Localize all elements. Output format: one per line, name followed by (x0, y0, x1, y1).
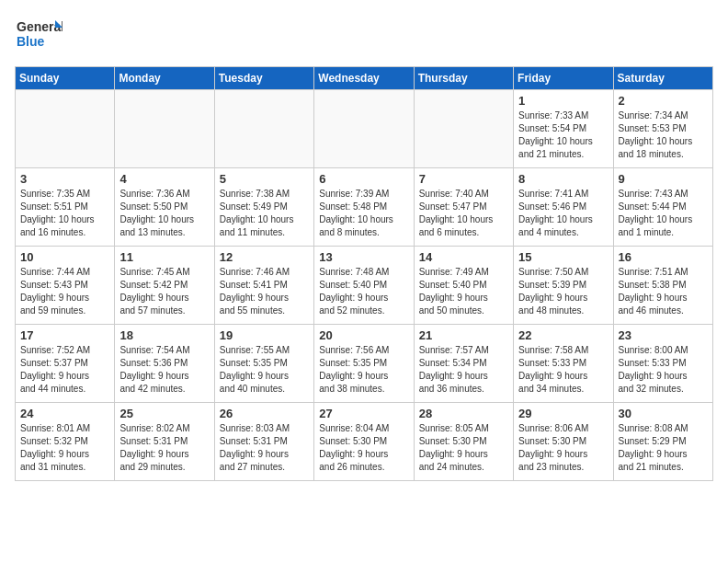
day-info: Sunrise: 7:38 AMSunset: 5:49 PMDaylight:… (220, 188, 309, 239)
day-number: 7 (419, 172, 508, 186)
day-number: 27 (319, 407, 408, 420)
day-info: Sunrise: 8:04 AMSunset: 5:30 PMDaylight:… (319, 422, 408, 474)
calendar-cell: 21Sunrise: 7:57 AMSunset: 5:34 PMDayligh… (414, 325, 513, 403)
day-info: Sunrise: 7:57 AMSunset: 5:34 PMDaylight:… (419, 344, 508, 396)
calendar-cell: 8Sunrise: 7:41 AMSunset: 5:46 PMDaylight… (514, 168, 613, 247)
calendar-header-row: SundayMondayTuesdayWednesdayThursdayFrid… (16, 67, 713, 90)
day-info: Sunrise: 7:58 AMSunset: 5:33 PMDaylight:… (518, 344, 608, 396)
day-info: Sunrise: 7:50 AMSunset: 5:39 PMDaylight:… (518, 266, 608, 317)
calendar-cell (16, 90, 115, 168)
day-info: Sunrise: 8:00 AMSunset: 5:33 PMDaylight:… (619, 344, 708, 396)
day-info: Sunrise: 7:55 AMSunset: 5:35 PMDaylight:… (220, 344, 309, 396)
svg-text:Blue: Blue (17, 34, 45, 49)
day-number: 8 (518, 172, 608, 186)
calendar-cell: 26Sunrise: 8:03 AMSunset: 5:31 PMDayligh… (214, 403, 313, 481)
calendar-cell: 28Sunrise: 8:05 AMSunset: 5:30 PMDayligh… (414, 403, 513, 481)
day-number: 1 (518, 94, 608, 108)
day-number: 4 (119, 172, 209, 186)
day-number: 23 (619, 328, 708, 342)
calendar-cell: 30Sunrise: 8:08 AMSunset: 5:29 PMDayligh… (613, 403, 712, 481)
day-info: Sunrise: 7:49 AMSunset: 5:40 PMDaylight:… (419, 266, 508, 317)
weekday-header-thursday: Thursday (414, 67, 513, 90)
calendar-week-1: 1Sunrise: 7:33 AMSunset: 5:54 PMDaylight… (16, 90, 713, 168)
day-info: Sunrise: 7:44 AMSunset: 5:43 PMDaylight:… (20, 266, 109, 317)
weekday-header-sunday: Sunday (16, 67, 115, 90)
logo-svg-icon: General Blue (15, 15, 63, 55)
calendar-cell (314, 90, 414, 168)
day-number: 10 (20, 250, 109, 264)
day-number: 28 (419, 407, 508, 420)
calendar-cell (214, 90, 313, 168)
day-number: 18 (119, 328, 209, 342)
calendar-cell: 15Sunrise: 7:50 AMSunset: 5:39 PMDayligh… (514, 247, 613, 325)
weekday-header-wednesday: Wednesday (314, 67, 414, 90)
day-number: 30 (619, 407, 708, 420)
calendar-week-3: 10Sunrise: 7:44 AMSunset: 5:43 PMDayligh… (16, 247, 713, 325)
calendar-cell: 2Sunrise: 7:34 AMSunset: 5:53 PMDaylight… (613, 90, 712, 168)
calendar-cell: 20Sunrise: 7:56 AMSunset: 5:35 PMDayligh… (314, 325, 414, 403)
day-info: Sunrise: 8:02 AMSunset: 5:31 PMDaylight:… (119, 422, 209, 474)
calendar-cell: 17Sunrise: 7:52 AMSunset: 5:37 PMDayligh… (16, 325, 115, 403)
day-number: 29 (518, 407, 608, 420)
day-number: 6 (319, 172, 408, 186)
calendar-cell: 14Sunrise: 7:49 AMSunset: 5:40 PMDayligh… (414, 247, 513, 325)
page-header: General Blue (15, 15, 713, 55)
day-number: 24 (20, 407, 109, 420)
day-number: 11 (119, 250, 209, 264)
day-info: Sunrise: 7:41 AMSunset: 5:46 PMDaylight:… (518, 188, 608, 239)
day-info: Sunrise: 7:54 AMSunset: 5:36 PMDaylight:… (119, 344, 209, 396)
calendar-cell: 12Sunrise: 7:46 AMSunset: 5:41 PMDayligh… (214, 247, 313, 325)
day-info: Sunrise: 7:45 AMSunset: 5:42 PMDaylight:… (119, 266, 209, 317)
day-number: 5 (220, 172, 309, 186)
day-info: Sunrise: 7:33 AMSunset: 5:54 PMDaylight:… (518, 109, 608, 161)
day-number: 3 (20, 172, 109, 186)
weekday-header-monday: Monday (115, 67, 214, 90)
day-number: 16 (619, 250, 708, 264)
day-info: Sunrise: 7:52 AMSunset: 5:37 PMDaylight:… (20, 344, 109, 396)
day-info: Sunrise: 7:35 AMSunset: 5:51 PMDaylight:… (20, 188, 109, 239)
day-number: 2 (619, 94, 708, 108)
day-info: Sunrise: 7:56 AMSunset: 5:35 PMDaylight:… (319, 344, 408, 396)
day-info: Sunrise: 7:51 AMSunset: 5:38 PMDaylight:… (619, 266, 708, 317)
calendar-cell: 6Sunrise: 7:39 AMSunset: 5:48 PMDaylight… (314, 168, 414, 247)
calendar-cell: 9Sunrise: 7:43 AMSunset: 5:44 PMDaylight… (613, 168, 712, 247)
calendar-cell: 5Sunrise: 7:38 AMSunset: 5:49 PMDaylight… (214, 168, 313, 247)
day-number: 13 (319, 250, 408, 264)
calendar-cell: 10Sunrise: 7:44 AMSunset: 5:43 PMDayligh… (16, 247, 115, 325)
calendar-week-2: 3Sunrise: 7:35 AMSunset: 5:51 PMDaylight… (16, 168, 713, 247)
calendar-cell: 4Sunrise: 7:36 AMSunset: 5:50 PMDaylight… (115, 168, 214, 247)
calendar-cell (414, 90, 513, 168)
day-number: 20 (319, 328, 408, 342)
calendar-cell: 3Sunrise: 7:35 AMSunset: 5:51 PMDaylight… (16, 168, 115, 247)
day-info: Sunrise: 7:43 AMSunset: 5:44 PMDaylight:… (619, 188, 708, 239)
calendar-cell: 18Sunrise: 7:54 AMSunset: 5:36 PMDayligh… (115, 325, 214, 403)
weekday-header-friday: Friday (514, 67, 613, 90)
weekday-header-saturday: Saturday (613, 67, 712, 90)
day-info: Sunrise: 7:48 AMSunset: 5:40 PMDaylight:… (319, 266, 408, 317)
day-number: 19 (220, 328, 309, 342)
logo: General Blue (15, 15, 63, 55)
calendar-cell: 19Sunrise: 7:55 AMSunset: 5:35 PMDayligh… (214, 325, 313, 403)
day-info: Sunrise: 8:03 AMSunset: 5:31 PMDaylight:… (220, 422, 309, 474)
day-info: Sunrise: 7:36 AMSunset: 5:50 PMDaylight:… (119, 188, 209, 239)
calendar-cell: 11Sunrise: 7:45 AMSunset: 5:42 PMDayligh… (115, 247, 214, 325)
day-info: Sunrise: 8:06 AMSunset: 5:30 PMDaylight:… (518, 422, 608, 474)
day-number: 25 (119, 407, 209, 420)
calendar-cell: 25Sunrise: 8:02 AMSunset: 5:31 PMDayligh… (115, 403, 214, 481)
calendar-cell: 29Sunrise: 8:06 AMSunset: 5:30 PMDayligh… (514, 403, 613, 481)
day-number: 9 (619, 172, 708, 186)
calendar-cell: 7Sunrise: 7:40 AMSunset: 5:47 PMDaylight… (414, 168, 513, 247)
day-info: Sunrise: 7:39 AMSunset: 5:48 PMDaylight:… (319, 188, 408, 239)
day-number: 14 (419, 250, 508, 264)
calendar-cell: 1Sunrise: 7:33 AMSunset: 5:54 PMDaylight… (514, 90, 613, 168)
weekday-header-tuesday: Tuesday (214, 67, 313, 90)
day-info: Sunrise: 8:08 AMSunset: 5:29 PMDaylight:… (619, 422, 708, 474)
day-info: Sunrise: 7:34 AMSunset: 5:53 PMDaylight:… (619, 109, 708, 161)
day-info: Sunrise: 8:05 AMSunset: 5:30 PMDaylight:… (419, 422, 508, 474)
calendar-week-4: 17Sunrise: 7:52 AMSunset: 5:37 PMDayligh… (16, 325, 713, 403)
calendar-cell: 22Sunrise: 7:58 AMSunset: 5:33 PMDayligh… (514, 325, 613, 403)
calendar-cell: 23Sunrise: 8:00 AMSunset: 5:33 PMDayligh… (613, 325, 712, 403)
day-number: 26 (220, 407, 309, 420)
calendar-table: SundayMondayTuesdayWednesdayThursdayFrid… (15, 66, 713, 481)
calendar-cell: 24Sunrise: 8:01 AMSunset: 5:32 PMDayligh… (16, 403, 115, 481)
